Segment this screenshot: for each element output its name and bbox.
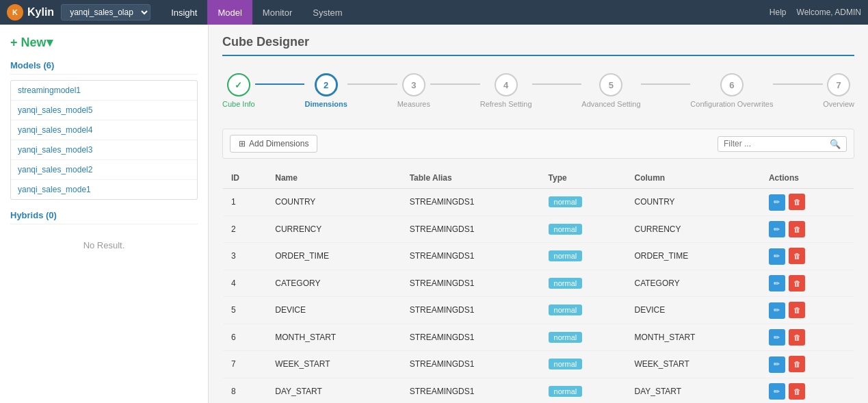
model-item[interactable]: yanqi_sales_mode1 <box>11 180 197 199</box>
step-configuration[interactable]: 6 Configuration Overwrites <box>690 73 773 108</box>
help-menu[interactable]: Help <box>770 8 787 17</box>
step-label-1: Cube Info <box>222 100 255 108</box>
cell-actions: ✏ 🗑 <box>761 351 854 378</box>
cell-id: 5 <box>223 297 267 324</box>
model-item[interactable]: yanqi_sales_model2 <box>11 160 197 180</box>
delete-button[interactable]: 🗑 <box>789 221 805 237</box>
step-circle-6: 6 <box>720 73 744 96</box>
delete-button[interactable]: 🗑 <box>789 194 805 210</box>
filter-input[interactable] <box>724 139 826 148</box>
project-select[interactable]: yanqi_sales_olap <box>61 4 150 21</box>
add-dimensions-button[interactable]: ⊞ Add Dimensions <box>230 135 317 153</box>
edit-button[interactable]: ✏ <box>769 302 785 319</box>
nav-right: Help Welcome, ADMIN <box>770 8 861 17</box>
type-badge: normal <box>549 332 583 343</box>
cell-column: CURRENCY <box>626 216 760 243</box>
cell-actions: ✏ 🗑 <box>761 270 854 297</box>
cell-type: normal <box>540 270 627 297</box>
edit-button[interactable]: ✏ <box>769 194 785 211</box>
edit-button[interactable]: ✏ <box>769 248 785 265</box>
cell-name: CURRENCY <box>267 216 401 243</box>
nav-item-system[interactable]: System <box>302 0 352 25</box>
cell-name: MONTH_START <box>267 324 401 351</box>
edit-button[interactable]: ✏ <box>769 221 785 237</box>
step-circle-7: 7 <box>827 73 850 96</box>
table-row: 6 MONTH_START STREAMINGDS1 normal MONTH_… <box>223 324 854 351</box>
model-item[interactable]: yanqi_sales_model5 <box>11 101 197 120</box>
type-badge: normal <box>549 224 583 235</box>
add-icon: ⊞ <box>239 139 246 148</box>
nav-item-model[interactable]: Model <box>207 0 252 25</box>
top-navigation: K Kylin yanqi_sales_olap Insight Model M… <box>0 0 868 25</box>
step-refresh-setting[interactable]: 4 Refresh Setting <box>480 73 532 108</box>
edit-button[interactable]: ✏ <box>769 383 785 400</box>
cell-name: DEVICE <box>267 297 401 324</box>
model-item[interactable]: yanqi_sales_model3 <box>11 140 197 160</box>
hybrids-section-title: Hybrids (0) <box>10 210 198 224</box>
cell-type: normal <box>540 378 627 403</box>
delete-button[interactable]: 🗑 <box>789 383 805 400</box>
cell-id: 7 <box>223 351 267 378</box>
new-button[interactable]: + New▾ <box>10 35 53 50</box>
cell-table-alias: STREAMINGDS1 <box>402 189 540 216</box>
cell-column: MONTH_START <box>626 324 760 351</box>
cell-name: DAY_START <box>267 378 401 403</box>
table-row: 7 WEEK_START STREAMINGDS1 normal WEEK_ST… <box>223 351 854 378</box>
col-column: Column <box>626 168 760 189</box>
edit-button[interactable]: ✏ <box>769 356 785 373</box>
delete-button[interactable]: 🗑 <box>789 248 805 264</box>
sidebar: + New▾ Models (6) streamingmodel1 yanqi_… <box>0 25 209 403</box>
main-layout: + New▾ Models (6) streamingmodel1 yanqi_… <box>0 25 868 403</box>
delete-button[interactable]: 🗑 <box>789 302 805 318</box>
cell-table-alias: STREAMINGDS1 <box>402 378 540 403</box>
delete-button[interactable]: 🗑 <box>789 329 805 346</box>
table-row: 8 DAY_START STREAMINGDS1 normal DAY_STAR… <box>223 378 854 403</box>
filter-input-wrap: 🔍 <box>718 136 847 152</box>
connector-5-6 <box>641 83 691 85</box>
user-menu[interactable]: Welcome, ADMIN <box>797 8 861 17</box>
models-scroll[interactable]: streamingmodel1 yanqi_sales_model5 yanqi… <box>11 81 197 199</box>
cell-table-alias: STREAMINGDS1 <box>402 351 540 378</box>
step-dimensions[interactable]: 2 Dimensions <box>304 73 347 108</box>
step-advanced-setting[interactable]: 5 Advanced Setting <box>581 73 640 108</box>
models-section-title: Models (6) <box>10 60 198 75</box>
edit-button[interactable]: ✏ <box>769 329 785 346</box>
model-item[interactable]: streamingmodel1 <box>11 81 197 101</box>
connector-2-3 <box>347 83 397 85</box>
table-row: 4 CATEGORY STREAMINGDS1 normal CATEGORY … <box>223 270 854 297</box>
nav-item-insight[interactable]: Insight <box>161 0 207 25</box>
step-cube-info[interactable]: ✓ Cube Info <box>222 73 255 108</box>
cell-name: CATEGORY <box>267 270 401 297</box>
cell-type: normal <box>540 216 627 243</box>
connector-4-5 <box>532 83 582 85</box>
cell-id: 3 <box>223 243 267 270</box>
type-badge: normal <box>549 278 583 289</box>
dimensions-table: ID Name Table Alias Type Column Actions … <box>222 167 854 403</box>
cell-column: WEEK_START <box>626 351 760 378</box>
step-circle-5: 5 <box>599 73 622 96</box>
cell-id: 4 <box>223 270 267 297</box>
nav-item-monitor[interactable]: Monitor <box>252 0 302 25</box>
col-type: Type <box>540 168 627 189</box>
delete-button[interactable]: 🗑 <box>789 275 805 291</box>
content-area: Cube Designer ✓ Cube Info 2 Dimensions 3… <box>209 25 868 403</box>
connector-6-7 <box>773 83 823 85</box>
delete-button[interactable]: 🗑 <box>789 356 805 372</box>
model-item[interactable]: yanqi_sales_model4 <box>11 120 197 140</box>
type-badge: normal <box>549 386 583 397</box>
step-measures[interactable]: 3 Measures <box>397 73 430 108</box>
cell-actions: ✏ 🗑 <box>761 243 854 270</box>
app-logo: K Kylin <box>7 4 54 21</box>
step-circle-4: 4 <box>495 73 518 96</box>
step-overview[interactable]: 7 Overview <box>823 73 854 108</box>
col-id: ID <box>223 168 267 189</box>
cell-type: normal <box>540 324 627 351</box>
app-name: Kylin <box>27 6 54 18</box>
page-title: Cube Designer <box>222 35 854 56</box>
edit-button[interactable]: ✏ <box>769 275 785 291</box>
type-badge: normal <box>549 250 583 261</box>
no-result-text: No Result. <box>10 230 198 261</box>
step-label-6: Configuration Overwrites <box>690 100 773 108</box>
cell-actions: ✏ 🗑 <box>761 378 854 403</box>
cell-type: normal <box>540 243 627 270</box>
